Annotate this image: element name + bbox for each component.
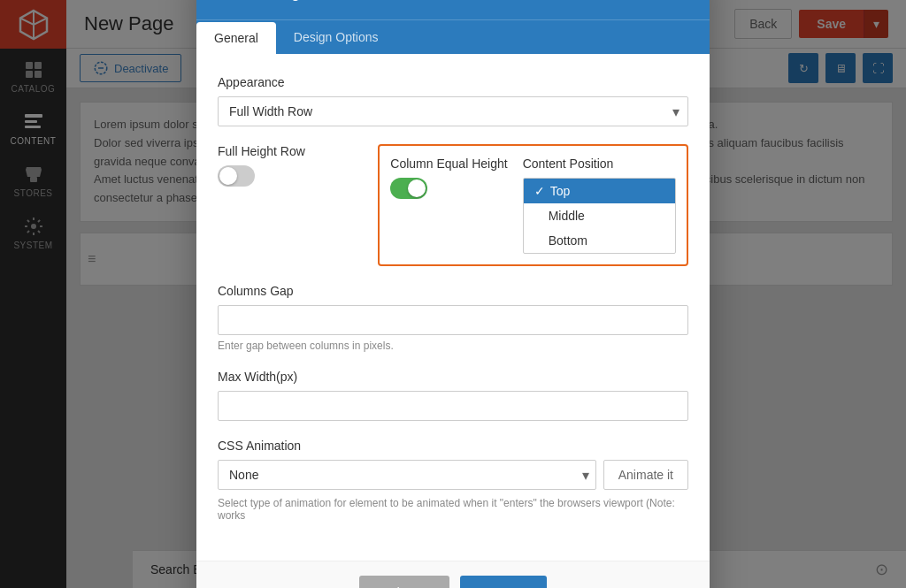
columns-gap-group: Columns Gap 30 Enter gap between columns…: [218, 284, 688, 352]
full-height-toggle-knob: [219, 167, 237, 185]
css-animation-row: None Fade In Slide In Bounce ▾ Animate i…: [218, 460, 688, 490]
modal-title: Row Settings: [214, 0, 308, 2]
content-pos-bottom-label: Bottom: [549, 233, 587, 248]
column-equal-height-label: Column Equal Height: [390, 157, 508, 171]
content-position-label: Content Position: [523, 157, 676, 171]
content-pos-middle-label: Middle: [549, 209, 585, 223]
column-equal-height-toggle[interactable]: [390, 178, 427, 199]
full-height-toggle-wrap: [218, 165, 360, 187]
appearance-group: Appearance Full Width Row Full Width Fix…: [218, 75, 688, 126]
modal-header: Row Settings ✕: [196, 0, 710, 19]
content-position-group: Content Position ✓ Top Middle Bottom: [523, 157, 676, 254]
modal-overlay[interactable]: Row Settings ✕ General Design Options Ap…: [0, 0, 906, 588]
columns-gap-label: Columns Gap: [218, 284, 688, 298]
css-animation-group: CSS Animation None Fade In Slide In Boun…: [218, 439, 688, 522]
content-pos-option-top[interactable]: ✓ Top: [524, 179, 675, 203]
modal-tabs: General Design Options: [196, 19, 710, 54]
appearance-select-wrap: Full Width Row Full Width Fixed Width ▾: [218, 96, 688, 126]
row-settings-modal: Row Settings ✕ General Design Options Ap…: [196, 0, 710, 588]
checkmark-icon: ✓: [534, 184, 545, 198]
appearance-select[interactable]: Full Width Row Full Width Fixed Width: [218, 96, 688, 126]
modal-body: Appearance Full Width Row Full Width Fix…: [196, 54, 710, 561]
column-equal-height-toggle-wrap: [390, 178, 508, 199]
content-pos-option-bottom[interactable]: Bottom: [524, 228, 675, 253]
column-equal-height-toggle-knob: [408, 179, 426, 197]
column-equal-height-group: Column Equal Height: [390, 157, 508, 254]
three-col-row: Full Height Row Column Equal Height: [218, 144, 688, 266]
tab-general[interactable]: General: [196, 22, 276, 54]
modal-close-btn[interactable]: Close: [359, 576, 449, 589]
content-pos-top-label: Top: [550, 184, 571, 198]
highlight-box: Column Equal Height Content Position: [378, 144, 688, 266]
modal-close-button[interactable]: ✕: [667, 0, 692, 5]
content-pos-option-middle[interactable]: Middle: [524, 203, 675, 228]
css-animation-label: CSS Animation: [218, 439, 688, 453]
full-height-toggle[interactable]: [218, 165, 255, 187]
max-width-group: Max Width(px): [218, 370, 688, 421]
animate-it-button[interactable]: Animate it: [603, 460, 688, 490]
animation-select-wrap: None Fade In Slide In Bounce ▾: [218, 460, 596, 490]
tab-design-options[interactable]: Design Options: [276, 20, 396, 54]
css-animation-hint: Select type of animation for element to …: [218, 497, 688, 522]
animation-select[interactable]: None Fade In Slide In Bounce: [218, 460, 596, 490]
content-position-dropdown: ✓ Top Middle Bottom: [523, 178, 676, 254]
max-width-input[interactable]: [218, 391, 688, 421]
columns-gap-hint: Enter gap between columns in pixels.: [218, 340, 688, 352]
appearance-label: Appearance: [218, 75, 688, 89]
full-height-row-group: Full Height Row: [218, 144, 360, 266]
max-width-label: Max Width(px): [218, 370, 688, 384]
modal-save-btn[interactable]: Save: [460, 576, 547, 589]
full-height-row-label: Full Height Row: [218, 144, 360, 158]
modal-footer: Close Save: [196, 561, 710, 589]
columns-gap-input[interactable]: 30: [218, 305, 688, 335]
